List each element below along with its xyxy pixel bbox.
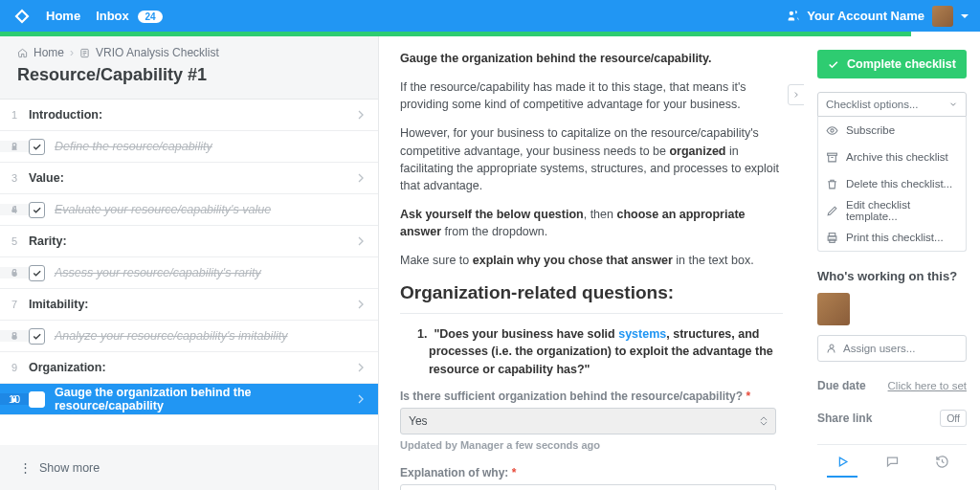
step-5[interactable]: 5 Rarity: [0, 226, 378, 257]
content-p3: Ask yourself the below question, then ch… [400, 206, 783, 240]
lock-icon [11, 395, 18, 403]
share-link-label: Share link [817, 412, 872, 425]
content-p4: Make sure to explain why you chose that … [400, 252, 783, 269]
chevron-right-icon [353, 170, 368, 186]
due-date-set[interactable]: Click here to set [888, 380, 967, 391]
lock-icon [11, 332, 18, 340]
right-tabs [817, 444, 967, 478]
nav-home[interactable]: Home [46, 9, 80, 23]
caret-down-icon [961, 14, 969, 18]
option-print[interactable]: Print this checklist... [818, 224, 966, 251]
complete-checklist-button[interactable]: Complete checklist [817, 50, 967, 78]
breadcrumb: Home › VRIO Analysis Checklist [0, 36, 378, 59]
check-icon [827, 58, 839, 71]
due-date-label: Due date [817, 379, 866, 392]
step-list: 1 Introduction: 2 Define the resource/ca… [0, 99, 378, 445]
eye-icon [826, 124, 838, 137]
section-heading: Organization-related questions: [400, 282, 783, 303]
select-value: Yes [409, 414, 428, 428]
step-10-active[interactable]: 10 Gauge the organization behind the res… [0, 384, 378, 415]
lock-icon [11, 143, 18, 150]
checklist-options-select[interactable]: Checklist options... [817, 92, 967, 117]
breadcrumb-home[interactable]: Home [33, 46, 64, 59]
who-heading: Who's working on this? [817, 269, 967, 283]
left-pane: Home › VRIO Analysis Checklist Resource/… [0, 36, 379, 490]
avatar [932, 6, 953, 27]
sufficient-organization-select[interactable]: Yes [400, 408, 776, 434]
svg-rect-2 [828, 153, 837, 155]
chat-icon [885, 455, 900, 469]
checkbox-checked[interactable] [29, 202, 45, 218]
inbox-count-badge: 24 [138, 11, 162, 23]
center-pane: Gauge the organization behind the resour… [379, 36, 804, 490]
step-8[interactable]: 8 Analyze your resource/capability's imi… [0, 321, 378, 352]
svg-point-6 [830, 345, 834, 348]
chevron-right-icon [791, 90, 801, 100]
chevron-right-icon [353, 297, 368, 312]
user-icon [826, 343, 837, 354]
svg-point-1 [831, 128, 834, 131]
option-edit-template[interactable]: Edit checklist template... [818, 197, 966, 224]
topbar: Home Inbox 24 Your Account Name [0, 0, 980, 32]
print-icon [826, 232, 838, 244]
archive-icon [826, 151, 838, 164]
tab-activity[interactable] [817, 445, 867, 478]
org-icon [787, 10, 799, 22]
tab-history[interactable] [917, 445, 967, 478]
chevron-down-icon [948, 100, 958, 109]
due-date-row: Due date Click here to set [817, 379, 967, 392]
content-p1: If the resource/capability has made it t… [400, 78, 783, 113]
lock-icon [11, 206, 18, 213]
step-1[interactable]: 1 Introduction: [0, 100, 378, 131]
checkbox-checked[interactable] [29, 139, 45, 155]
field1-meta: Updated by Manager a few seconds ago [400, 439, 783, 451]
share-link-toggle[interactable]: Off [940, 410, 967, 427]
account-menu[interactable]: Your Account Name [787, 6, 969, 27]
question-1: 1. "Does your business have solid system… [413, 325, 783, 377]
chevron-right-icon [353, 234, 368, 249]
nav-inbox-label: Inbox [96, 9, 129, 23]
checkbox-checked[interactable] [29, 328, 45, 345]
option-subscribe[interactable]: Subscribe [818, 117, 966, 144]
systems-link[interactable]: systems [618, 327, 666, 341]
option-delete[interactable]: Delete this checklist... [818, 170, 966, 197]
step-9[interactable]: 9 Organization: [0, 352, 378, 384]
collapse-right-button[interactable] [788, 84, 804, 105]
history-icon [935, 455, 949, 469]
brand-logo-icon[interactable] [11, 6, 33, 27]
step-7[interactable]: 7 Imitability: [0, 289, 378, 321]
explanation-textarea[interactable]: Final explanation here... [400, 484, 776, 490]
account-name: Your Account Name [807, 9, 924, 23]
checkbox-unchecked[interactable] [29, 391, 45, 408]
chevron-right-icon [353, 107, 368, 122]
right-pane: Complete checklist Checklist options... … [804, 36, 980, 490]
content-p2: However, for your business to capitalize… [400, 124, 783, 194]
option-archive[interactable]: Archive this checklist [818, 144, 966, 170]
chevron-right-icon [353, 391, 368, 407]
checklist-options-list: Subscribe Archive this checklist Delete … [817, 117, 967, 252]
dots-icon: ⋮ [19, 460, 32, 475]
page-title: Resource/Capability #1 [0, 59, 378, 99]
lock-icon [11, 269, 18, 277]
show-more[interactable]: ⋮ Show more [0, 445, 378, 490]
step-4[interactable]: 4 Evaluate your resource/capability's va… [0, 194, 378, 226]
nav-inbox[interactable]: Inbox 24 [96, 9, 162, 23]
divider [400, 313, 783, 314]
share-link-row: Share link Off [817, 410, 967, 427]
step-6[interactable]: 6 Assess your resource/capability's rari… [0, 257, 378, 289]
trash-icon [826, 178, 838, 190]
step-2[interactable]: 2 Define the resource/capability [0, 131, 378, 163]
assign-users-input[interactable]: Assign users... [817, 335, 967, 362]
template-icon [79, 48, 90, 58]
tab-comments[interactable] [867, 445, 917, 478]
breadcrumb-sep: › [70, 46, 74, 59]
checkbox-checked[interactable] [29, 265, 45, 281]
content-heading: Gauge the organization behind the resour… [400, 50, 783, 67]
breadcrumb-current[interactable]: VRIO Analysis Checklist [96, 46, 219, 59]
field2-label: Explanation of why: * [400, 466, 783, 479]
field1-label: Is there sufficient organization behind … [400, 390, 783, 403]
chevron-right-icon [353, 360, 368, 375]
step-3[interactable]: 3 Value: [0, 163, 378, 194]
assignee-avatar[interactable] [817, 293, 850, 325]
play-icon [835, 455, 850, 469]
